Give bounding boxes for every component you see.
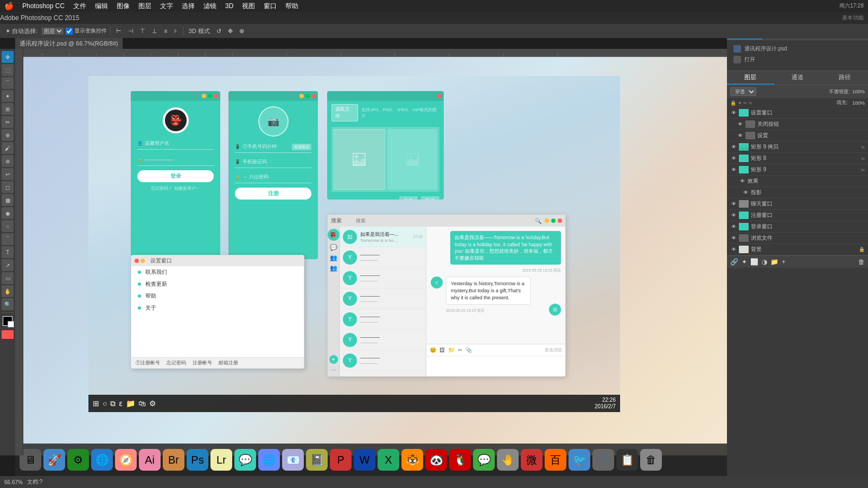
- link-layers-icon[interactable]: 🔗: [730, 258, 738, 266]
- zoom-3d-icon[interactable]: ⊕: [237, 27, 246, 36]
- blend-mode-select[interactable]: 穿透: [730, 87, 756, 96]
- align-left-icon[interactable]: ⊢: [114, 27, 124, 36]
- dock-wechat[interactable]: 💬: [473, 449, 495, 471]
- chat-list-item-1[interactable]: 如 如果是我活着—... Tomorrow is a ho... 17:25: [340, 227, 426, 247]
- layer-item-rect8[interactable]: 👁 矩形 8 fx: [727, 153, 868, 164]
- menu-help[interactable]: 帮助: [285, 2, 298, 11]
- auto-select-dropdown[interactable]: 图层: [42, 28, 63, 35]
- menu-item-contacts[interactable]: 联系我们: [131, 266, 304, 278]
- layer-item-settings-group[interactable]: 👁 设置窗口: [727, 107, 868, 119]
- shape-tool[interactable]: ▭: [2, 272, 14, 284]
- chat-win-maximize[interactable]: [551, 219, 556, 223]
- menu-filter[interactable]: 滤镜: [203, 2, 216, 11]
- layer-vis-icon-9[interactable]: 👁: [730, 201, 737, 207]
- chat-list-item-7[interactable]: Y ———— ————: [340, 350, 426, 371]
- delete-layer-icon[interactable]: 🗑: [858, 258, 865, 266]
- add-adjustment-icon[interactable]: ◑: [762, 258, 767, 266]
- screenshot-icon[interactable]: ✂: [458, 347, 462, 353]
- login-win-close[interactable]: [214, 94, 218, 98]
- selection-tool[interactable]: ⬚: [2, 64, 14, 76]
- chat-search-input[interactable]: [356, 218, 535, 223]
- hand-tool[interactable]: ✋: [2, 285, 14, 297]
- dock-vpn[interactable]: 🌐: [258, 449, 280, 471]
- menu-item-help[interactable]: 帮助: [131, 290, 304, 302]
- cortana-icon[interactable]: ○: [103, 399, 107, 408]
- dock-panda[interactable]: 🐼: [425, 449, 447, 471]
- preview-thumb-1[interactable]: [334, 129, 385, 190]
- dock-bridge[interactable]: Br: [163, 449, 184, 471]
- layer-item-chat-group[interactable]: 👁 聊天窗口: [727, 198, 868, 210]
- select-file-button[interactable]: 选取文件: [331, 104, 358, 121]
- heal-tool[interactable]: ⊕: [2, 129, 14, 141]
- layer-vis-icon-6[interactable]: 👁: [730, 166, 737, 173]
- dock-action[interactable]: 🤚: [497, 449, 519, 471]
- layer-vis-icon-5[interactable]: 👁: [730, 155, 737, 162]
- save-button[interactable]: 保存: [399, 196, 418, 200]
- file-explorer-icon[interactable]: 📁: [126, 399, 135, 408]
- phone-verify-field[interactable]: 📱 手机验证码: [235, 156, 311, 168]
- footer-link-3[interactable]: 注册帐号: [193, 359, 212, 367]
- upload-win-close[interactable]: [437, 94, 442, 98]
- dock-ppt[interactable]: P: [330, 449, 352, 471]
- dock-chat-app[interactable]: 💬: [234, 449, 256, 471]
- layer-vis-icon-8[interactable]: 👁: [742, 189, 749, 196]
- password-field[interactable]: 🔒 ••••••••••••••: [137, 154, 214, 166]
- tab-layers[interactable]: 图层: [727, 71, 774, 85]
- tab-paths[interactable]: 路径: [821, 71, 868, 85]
- chat-list-item-2[interactable]: Y ———— ————: [340, 247, 426, 268]
- dock-lr[interactable]: Lr: [210, 449, 232, 471]
- background-color[interactable]: [8, 321, 14, 328]
- dock-ps[interactable]: Ps: [187, 449, 208, 471]
- store-icon[interactable]: 🛍: [138, 399, 146, 408]
- blur-tool[interactable]: ◉: [2, 207, 14, 219]
- crop-tool[interactable]: ⊞: [2, 103, 14, 115]
- layer-vis-icon-12[interactable]: 👁: [730, 235, 737, 241]
- dock-browser[interactable]: 🌐: [91, 449, 113, 471]
- layer-item-shadow[interactable]: 👁 投影: [727, 187, 868, 198]
- menu-item-about[interactable]: 关于: [131, 302, 304, 314]
- menu-text[interactable]: 文字: [160, 2, 173, 11]
- align-bottom-icon[interactable]: ⊦: [172, 27, 180, 36]
- phone-icon[interactable]: 📎: [465, 347, 472, 353]
- opacity-value[interactable]: 100%: [852, 89, 865, 94]
- layer-vis-icon-3[interactable]: 👁: [737, 132, 743, 139]
- ie-icon[interactable]: ε: [119, 399, 122, 408]
- tab-channels[interactable]: 通道: [774, 71, 821, 85]
- align-right-icon[interactable]: ⊤: [138, 27, 148, 36]
- layer-item-background[interactable]: 👁 背景 🔒: [727, 244, 868, 255]
- dock-music[interactable]: 🎵: [592, 449, 614, 471]
- foreground-color[interactable]: [3, 316, 12, 326]
- menu-3d[interactable]: 3D: [225, 2, 233, 10]
- preview-thumb-2[interactable]: [387, 129, 438, 190]
- settings-win-min[interactable]: [141, 259, 145, 263]
- text-tool[interactable]: T: [2, 246, 14, 258]
- footer-link-2[interactable]: 忘记密码: [167, 359, 186, 367]
- pan-3d-icon[interactable]: ✥: [226, 27, 235, 36]
- emoji-icon[interactable]: 😊: [430, 347, 436, 353]
- chat-input-box[interactable]: [426, 356, 565, 376]
- dock-outlook[interactable]: 📧: [282, 449, 304, 471]
- path-tool[interactable]: ↗: [2, 259, 14, 271]
- layer-item-rect9[interactable]: 👁 矩形 9 fx: [727, 164, 868, 176]
- chat-list-item-5[interactable]: Y ———— ————: [340, 309, 426, 330]
- cancel-button[interactable]: 取消: [421, 196, 439, 200]
- history-brush[interactable]: ↩: [2, 168, 14, 180]
- add-group-icon[interactable]: 📁: [770, 258, 778, 266]
- task-view-icon[interactable]: ⧉: [110, 399, 116, 408]
- align-middle-icon[interactable]: ≡: [162, 27, 169, 35]
- login-win-minimize[interactable]: [202, 94, 206, 98]
- register-avatar[interactable]: 📷: [258, 106, 289, 137]
- settings-icon[interactable]: ⋯: [330, 367, 336, 374]
- menu-edit[interactable]: 编辑: [95, 2, 108, 11]
- layer-item-settings[interactable]: 👁 设置: [727, 130, 868, 142]
- show-transform-checkbox[interactable]: [66, 28, 73, 35]
- magic-wand-tool[interactable]: ✦: [2, 90, 14, 102]
- layer-item-rect9-copy[interactable]: 👁 矩形 9 拷贝 fx: [727, 142, 868, 153]
- clone-tool[interactable]: ⊛: [2, 155, 14, 167]
- layer-item-effect[interactable]: 👁 效果: [727, 176, 868, 187]
- chat-icon[interactable]: 💬: [330, 244, 337, 251]
- doc-tab[interactable]: 通讯程序设计.psd @ 66.7%(RGB/8#): [15, 38, 123, 49]
- register-button[interactable]: 注册: [235, 188, 311, 200]
- layer-item-close-btn[interactable]: 👁 关闭按钮: [727, 119, 868, 130]
- menu-file[interactable]: 文件: [73, 2, 86, 11]
